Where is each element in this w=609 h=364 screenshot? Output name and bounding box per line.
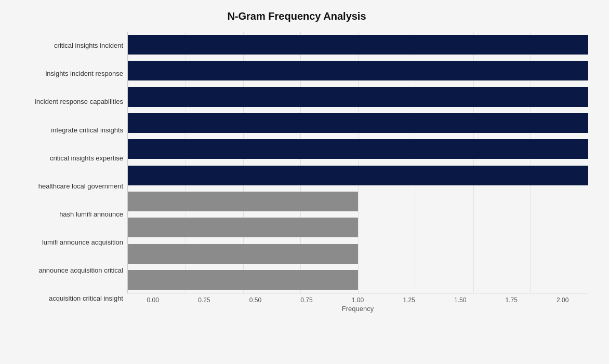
- x-tick-label: 0.00: [127, 296, 179, 304]
- y-label: hash lumifi announce: [5, 200, 123, 228]
- bar: [128, 244, 358, 264]
- bars-container: [127, 32, 588, 293]
- bar: [128, 270, 358, 290]
- bar-row: [128, 240, 588, 266]
- bar-row: [128, 162, 588, 188]
- x-tick-label: 1.25: [383, 296, 435, 304]
- y-label: acquisition critical insight: [5, 285, 123, 313]
- y-axis: critical insights incidentinsights incid…: [5, 32, 127, 313]
- bar-row: [128, 267, 588, 293]
- y-label: healthcare local government: [5, 172, 123, 200]
- bar-row: [128, 214, 588, 240]
- y-label: lumifi announce acquisition: [5, 228, 123, 257]
- y-label: integrate critical insights: [5, 116, 123, 144]
- bar-row: [128, 110, 588, 136]
- x-tick-label: 1.50: [434, 296, 486, 304]
- x-axis-labels: 0.000.250.500.751.001.251.501.752.00: [127, 296, 588, 304]
- y-label: incident response capabilities: [5, 88, 123, 116]
- x-tick-label: 1.00: [332, 296, 383, 304]
- bar: [128, 218, 358, 237]
- bar: [128, 113, 588, 133]
- bar-row: [128, 58, 588, 84]
- chart-container: N-Gram Frequency Analysis critical insig…: [0, 0, 609, 364]
- x-tick-label: 0.75: [281, 296, 333, 304]
- x-tick-label: 2.00: [537, 296, 589, 304]
- bar-row: [128, 188, 588, 214]
- plot-area: 0.000.250.500.751.001.251.501.752.00 Fre…: [127, 32, 588, 313]
- bar-row: [128, 136, 588, 162]
- bar-row: [128, 32, 588, 58]
- bar: [128, 87, 588, 107]
- y-label: critical insights incident: [5, 32, 123, 60]
- x-tick-label: 0.25: [179, 296, 230, 304]
- x-axis-title: Frequency: [127, 305, 588, 313]
- y-label: announce acquisition critical: [5, 257, 123, 285]
- bar: [128, 166, 588, 185]
- chart-title: N-Gram Frequency Analysis: [5, 10, 588, 22]
- y-label: critical insights expertise: [5, 144, 123, 172]
- chart-area: critical insights incidentinsights incid…: [5, 32, 588, 313]
- bar: [128, 192, 358, 211]
- bar-row: [128, 84, 588, 110]
- bar: [128, 35, 588, 55]
- bar: [128, 139, 588, 159]
- x-tick-label: 1.75: [486, 296, 537, 304]
- x-tick-label: 0.50: [230, 296, 281, 304]
- y-label: insights incident response: [5, 60, 123, 88]
- bar: [128, 61, 588, 80]
